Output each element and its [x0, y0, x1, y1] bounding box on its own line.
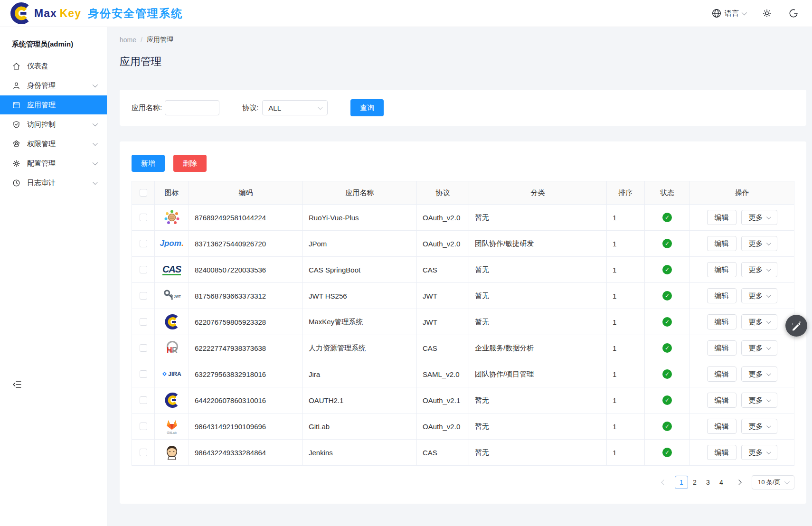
- svg-text:H: H: [167, 346, 172, 354]
- prev-page-button[interactable]: [658, 476, 670, 489]
- app-sort: 1: [607, 440, 645, 466]
- app-name: JPom: [303, 231, 417, 257]
- status-enabled-icon: ✓: [662, 422, 672, 431]
- chevron-down-icon: [766, 319, 771, 324]
- more-button[interactable]: 更多: [741, 210, 777, 225]
- logout-power-icon[interactable]: [788, 8, 799, 19]
- sidebar-collapse-button[interactable]: [12, 379, 22, 390]
- chevron-down-icon: [766, 423, 771, 428]
- edit-button[interactable]: 编辑: [707, 236, 736, 251]
- sidebar-item-audit[interactable]: 日志审计: [0, 173, 107, 192]
- app-code: 876892492581044224: [189, 205, 303, 231]
- screenshot-tool-button[interactable]: [785, 315, 807, 337]
- sidebar-item-permission[interactable]: 权限管理: [0, 134, 107, 153]
- gear-icon: [12, 159, 21, 168]
- protocol-select[interactable]: ALL: [262, 100, 328, 115]
- table-body: 876892492581044224RuoYi-Vue-PlusOAuth_v2…: [132, 205, 794, 466]
- top-navbar: MaxKey 身份安全管理系统 语言: [0, 0, 812, 27]
- edit-button[interactable]: 编辑: [707, 340, 736, 356]
- protocol-select-value: ALL: [268, 104, 281, 112]
- app-protocol: OAuth_v2.0: [417, 205, 469, 231]
- app-category: 暂无: [469, 440, 607, 466]
- app-icon: [12, 101, 21, 110]
- edit-button[interactable]: 编辑: [707, 445, 736, 460]
- more-button[interactable]: 更多: [741, 314, 777, 329]
- edit-button[interactable]: 编辑: [707, 393, 736, 408]
- row-checkbox[interactable]: [140, 318, 147, 326]
- column-header: 分类: [469, 181, 607, 205]
- sidebar-item-config[interactable]: 配置管理: [0, 154, 107, 173]
- status-enabled-icon: ✓: [662, 213, 672, 222]
- more-button[interactable]: 更多: [741, 340, 777, 356]
- page-button-2[interactable]: 2: [688, 476, 701, 489]
- chevron-down-icon: [93, 121, 98, 126]
- edit-button[interactable]: 编辑: [707, 419, 736, 434]
- row-checkbox[interactable]: [140, 292, 147, 300]
- sidebar-item-label: 日志审计: [27, 178, 56, 188]
- app-icon-maxkey: [164, 313, 180, 331]
- row-checkbox[interactable]: [140, 370, 147, 378]
- app-category: 暂无: [469, 387, 607, 413]
- more-button[interactable]: 更多: [741, 419, 777, 434]
- page-button-3[interactable]: 3: [701, 476, 715, 489]
- app-name: MaxKey管理系统: [303, 309, 417, 335]
- app-icon-jenkins: [164, 443, 180, 461]
- table-row: Jpom.837136275440926720JPomOAuth_v2.0团队协…: [132, 231, 794, 257]
- app-name: 人力资源管理系统: [303, 335, 417, 361]
- next-page-button[interactable]: [733, 476, 745, 489]
- page-button-4[interactable]: 4: [715, 476, 728, 489]
- app-name: CAS SpringBoot: [303, 257, 417, 283]
- chevron-down-icon: [318, 104, 323, 110]
- more-button[interactable]: 更多: [741, 393, 777, 408]
- app-sort: 1: [607, 335, 645, 361]
- sidebar-item-label: 访问控制: [27, 120, 56, 129]
- sidebar-item-identity[interactable]: 身份管理: [0, 76, 107, 95]
- edit-button[interactable]: 编辑: [707, 314, 736, 329]
- row-checkbox[interactable]: [140, 423, 147, 430]
- app-code: 817568793663373312: [189, 283, 303, 309]
- app-category: 暂无: [469, 283, 607, 309]
- edit-button[interactable]: 编辑: [707, 366, 736, 382]
- page-button-1[interactable]: 1: [675, 476, 688, 489]
- applications-table: 图标编码应用名称协议分类排序状态操作 876892492581044224Ruo…: [132, 181, 794, 466]
- row-checkbox[interactable]: [140, 214, 147, 221]
- edit-button[interactable]: 编辑: [707, 262, 736, 277]
- row-checkbox[interactable]: [140, 449, 147, 456]
- app-category: 企业服务/数据分析: [469, 335, 607, 361]
- select-all-checkbox[interactable]: [140, 189, 147, 197]
- pen-sparkle-icon: [790, 319, 803, 332]
- more-button[interactable]: 更多: [741, 366, 777, 382]
- page-size-select[interactable]: 10 条/页: [752, 475, 794, 489]
- edit-button[interactable]: 编辑: [707, 210, 736, 225]
- query-button[interactable]: 查询: [350, 99, 384, 116]
- row-checkbox[interactable]: [140, 396, 147, 404]
- edit-button[interactable]: 编辑: [707, 288, 736, 303]
- more-button[interactable]: 更多: [741, 288, 777, 303]
- table-row: HR622227747938373638人力资源管理系统CAS企业服务/数据分析…: [132, 335, 794, 361]
- status-enabled-icon: ✓: [662, 291, 672, 301]
- app-code: 632279563832918016: [189, 361, 303, 387]
- chevron-left-icon: [661, 479, 666, 485]
- breadcrumb-home-link[interactable]: home: [120, 36, 136, 44]
- app-name-input[interactable]: [165, 100, 219, 115]
- delete-button[interactable]: 删除: [173, 155, 207, 172]
- sidebar-item-access[interactable]: 访问控制: [0, 115, 107, 134]
- app-icon-jwt: JWT: [162, 287, 181, 305]
- more-button[interactable]: 更多: [741, 236, 777, 251]
- app-icon-hr: HR: [164, 339, 180, 357]
- app-protocol: CAS: [417, 257, 469, 283]
- more-button[interactable]: 更多: [741, 262, 777, 277]
- more-button[interactable]: 更多: [741, 445, 777, 460]
- row-checkbox[interactable]: [140, 344, 147, 352]
- current-user-label: 系统管理员(admin): [0, 27, 107, 56]
- add-button[interactable]: 新增: [132, 155, 165, 172]
- language-menu[interactable]: 语言: [711, 8, 746, 19]
- app-name: Jira: [303, 361, 417, 387]
- row-checkbox[interactable]: [140, 266, 147, 273]
- sidebar-item-dashboard[interactable]: 仪表盘: [0, 56, 107, 75]
- row-checkbox[interactable]: [140, 240, 147, 247]
- settings-gear-icon[interactable]: [762, 8, 772, 19]
- table-panel: 新增 删除 图标编码应用名称协议分类排序状态操作 876892492581044…: [120, 141, 806, 504]
- search-panel: 应用名称: 协议: ALL 查询: [120, 90, 806, 126]
- sidebar-item-apps[interactable]: 应用管理: [0, 95, 107, 114]
